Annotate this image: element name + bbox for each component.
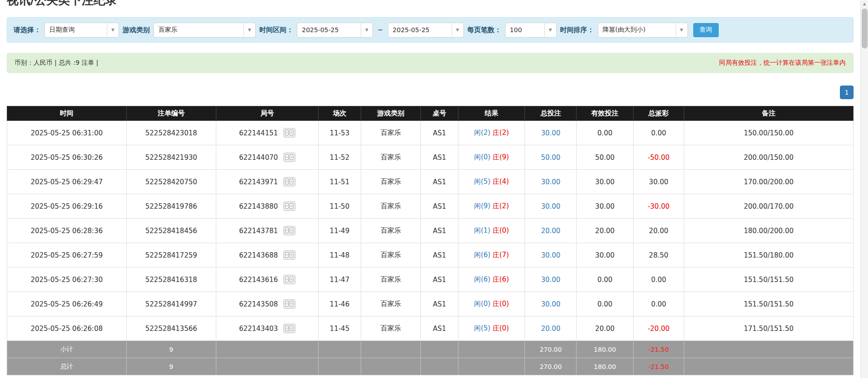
cell-game-type: 百家乐	[361, 292, 421, 316]
table-row: 2025-05-25 06:27:59 522528417259 6221436…	[7, 243, 854, 268]
cell-result: 闲(1) 庄(0)	[458, 219, 525, 243]
cell-session: 11-45	[319, 316, 361, 341]
cell-valid-bet: 20.00	[577, 316, 633, 341]
page-size-select[interactable]: 100 ▼	[505, 23, 557, 38]
cell-game-type: 百家乐	[361, 121, 421, 145]
date-range-label: 时间区间：	[259, 26, 293, 34]
card-result-icon[interactable]	[283, 177, 296, 187]
subtotal-valid-bet: 180.00	[577, 341, 633, 358]
game-type-value: 百家乐	[154, 26, 243, 34]
cell-total-bet[interactable]: 30.00	[525, 170, 577, 194]
cell-bet-id: 522528419786	[126, 194, 216, 219]
cell-total-bet[interactable]: 20.00	[525, 316, 577, 341]
cell-valid-bet: 30.00	[577, 243, 633, 268]
card-result-icon[interactable]	[283, 128, 296, 138]
cell-total-bet[interactable]: 50.00	[525, 145, 577, 170]
scroll-thumb[interactable]	[862, 9, 868, 48]
table-header-row: 时间 注单编号 局号 场次 游戏类别 桌号 结果 总投注 有效投注 总派彩 备注	[7, 106, 854, 121]
cell-payout: -20.00	[633, 316, 684, 341]
player-result: 闲(5)	[474, 177, 490, 186]
card-result-icon[interactable]	[283, 226, 296, 235]
round-number: 622143781	[239, 227, 278, 235]
cell-total-bet[interactable]: 30.00	[525, 194, 577, 219]
cell-total-bet[interactable]: 30.00	[525, 121, 577, 145]
game-type-select[interactable]: 百家乐 ▼	[153, 23, 256, 38]
bet-records-table: 时间 注单编号 局号 场次 游戏类别 桌号 结果 总投注 有效投注 总派彩 备注…	[7, 106, 854, 375]
cell-table-no: AS1	[421, 316, 458, 341]
cell-bet-id: 522528413566	[126, 316, 216, 341]
subtotal-label: 小计	[7, 341, 127, 358]
player-result: 闲(0)	[474, 300, 490, 308]
grand-total-valid-bet: 180.00	[577, 358, 633, 375]
card-result-icon[interactable]	[283, 275, 296, 284]
search-button[interactable]: 查询	[693, 23, 719, 37]
game-type-label: 游戏类别	[123, 26, 150, 34]
cell-bet-id: 522528416318	[126, 268, 216, 292]
cell-session: 11-53	[319, 121, 361, 145]
query-type-select[interactable]: 日期查询 ▼	[44, 23, 119, 38]
card-result-icon[interactable]	[283, 324, 296, 333]
page-size-value: 100	[506, 26, 544, 33]
date-to-select[interactable]: 2025-05-25 ▼	[388, 23, 464, 38]
cell-session: 11-51	[319, 170, 361, 194]
card-result-icon[interactable]	[283, 201, 296, 211]
cell-payout: 0.00	[633, 268, 684, 292]
cell-payout: 30.00	[633, 170, 684, 194]
cell-time: 2025-05-25 06:27:30	[7, 268, 127, 292]
table-row: 2025-05-25 06:26:08 522528413566 6221434…	[7, 316, 854, 341]
cell-payout: -50.00	[633, 145, 684, 170]
cell-total-bet[interactable]: 20.00	[525, 219, 577, 243]
cell-time: 2025-05-25 06:26:08	[7, 316, 127, 341]
cell-table-no: AS1	[421, 292, 458, 316]
cell-result: 闲(5) 庄(4)	[458, 170, 525, 194]
cell-round: 622143971	[216, 170, 318, 194]
pagination: 1	[7, 86, 854, 99]
table-row: 2025-05-25 06:28:36 522528418456 6221437…	[7, 219, 854, 243]
chevron-down-icon[interactable]: ▼	[107, 23, 119, 37]
page-size-label: 每页笔数：	[467, 26, 501, 34]
chevron-down-icon[interactable]: ▼	[676, 23, 687, 37]
cell-game-type: 百家乐	[361, 170, 421, 194]
card-result-icon[interactable]	[283, 250, 296, 260]
grand-total-row: 总计 9 270.00 180.00 -21.50	[7, 358, 854, 375]
cell-bet-id: 522528414997	[126, 292, 216, 316]
col-header-time: 时间	[7, 106, 127, 121]
cell-time: 2025-05-25 06:27:59	[7, 243, 127, 268]
cell-note: 180.00/200.00	[684, 219, 853, 243]
banker-result: 庄(0)	[492, 226, 509, 234]
date-from-value: 2025-05-25	[297, 26, 361, 33]
cell-valid-bet: 0.00	[577, 268, 633, 292]
scrollbar[interactable]: ▲	[860, 0, 868, 378]
cell-valid-bet: 20.00	[577, 219, 633, 243]
currency-total-text: 币别：人民币 | 总共 :9 注单 |	[14, 59, 98, 67]
time-sort-label: 时间排序：	[560, 26, 594, 34]
cell-time: 2025-05-25 06:28:36	[7, 219, 127, 243]
chevron-down-icon[interactable]: ▼	[452, 23, 463, 37]
card-result-icon[interactable]	[283, 153, 296, 162]
chevron-down-icon[interactable]: ▼	[361, 23, 372, 37]
banker-result: 庄(7)	[492, 251, 509, 259]
cell-round: 622143688	[216, 243, 318, 268]
cell-result: 闲(2) 庄(2)	[458, 121, 525, 145]
cell-result: 闲(6) 庄(6)	[458, 268, 525, 292]
cell-result: 闲(5) 庄(0)	[458, 316, 525, 341]
scroll-up-arrow-icon[interactable]: ▲	[861, 0, 868, 8]
time-sort-select[interactable]: 降冪(由大到小) ▼	[598, 23, 688, 38]
cell-bet-id: 522528417259	[126, 243, 216, 268]
cell-bet-id: 522528423018	[126, 121, 216, 145]
valid-bet-notice: 同局有效投注，统一计算在该局第一张注单内	[719, 59, 846, 67]
select-type-label: 请选择：	[14, 26, 41, 34]
cell-total-bet[interactable]: 30.00	[525, 268, 577, 292]
date-from-select[interactable]: 2025-05-25 ▼	[297, 23, 373, 38]
cell-total-bet[interactable]: 30.00	[525, 243, 577, 268]
cell-bet-id: 522528421930	[126, 145, 216, 170]
cell-valid-bet: 30.00	[577, 170, 633, 194]
cell-total-bet[interactable]: 30.00	[525, 292, 577, 316]
card-result-icon[interactable]	[283, 299, 296, 309]
table-row: 2025-05-25 06:27:30 522528416318 6221436…	[7, 268, 854, 292]
table-row: 2025-05-25 06:29:47 522528420750 6221439…	[7, 170, 854, 194]
chevron-down-icon[interactable]: ▼	[243, 23, 255, 37]
cell-note: 200.00/170.00	[684, 194, 853, 219]
chevron-down-icon[interactable]: ▼	[544, 23, 556, 37]
pagination-page-1-button[interactable]: 1	[840, 86, 854, 99]
